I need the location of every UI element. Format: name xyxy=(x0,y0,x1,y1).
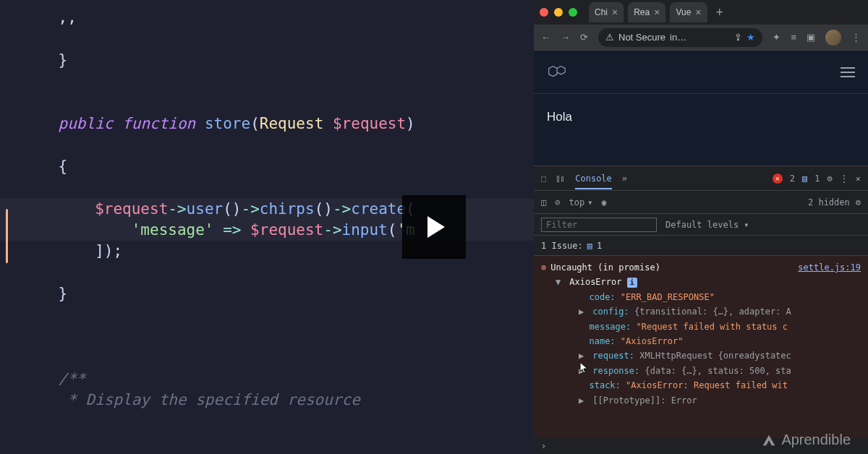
close-icon[interactable]: × xyxy=(695,7,701,18)
log-levels-selector[interactable]: Default levels ▾ xyxy=(665,220,749,230)
console-output[interactable]: ⊗ Uncaught (in promise) settle.js:19 ▼ A… xyxy=(534,256,868,438)
object-prop[interactable]: code: "ERR_BAD_RESPONSE" xyxy=(541,290,861,304)
close-icon[interactable]: × xyxy=(654,7,660,18)
hamburger-menu-icon[interactable] xyxy=(841,67,855,77)
code-line xyxy=(22,304,534,325)
tab-label: Rea xyxy=(634,7,650,17)
sidebar-toggle-icon[interactable]: ◫ xyxy=(541,197,546,207)
info-icon[interactable]: i xyxy=(627,278,637,288)
object-prop[interactable]: ▶ [[Prototype]]: Error xyxy=(541,393,861,408)
code-line xyxy=(22,93,534,113)
kebab-icon[interactable]: ⋮ xyxy=(840,174,848,184)
bookmark-icon[interactable]: ★ xyxy=(746,32,755,43)
page-content: Hola xyxy=(534,94,868,140)
console-toolbar: ◫ ⊘ top ▾ ◉ 2 hidden ⚙ xyxy=(534,191,868,214)
play-button[interactable] xyxy=(402,195,466,259)
device-toggle-icon[interactable]: ⫿⫾ xyxy=(556,174,565,184)
more-tabs[interactable]: » xyxy=(622,174,627,184)
gutter-marker xyxy=(6,209,8,263)
object-prop[interactable]: name: "AxiosError" xyxy=(541,334,861,348)
close-window-icon[interactable] xyxy=(540,8,548,17)
new-tab-button[interactable]: + xyxy=(712,5,728,20)
doc-comment: /** xyxy=(22,369,534,390)
error-source-link[interactable]: settle.js:19 xyxy=(798,260,861,275)
panel-icon[interactable]: ▣ xyxy=(807,32,815,43)
not-secure-icon: ⚠ xyxy=(605,32,614,43)
app-header xyxy=(534,51,868,94)
minimize-window-icon[interactable] xyxy=(554,8,563,17)
playlist-icon[interactable]: ≡ xyxy=(791,32,796,43)
code-line xyxy=(22,28,534,49)
code-line xyxy=(22,134,534,155)
greeting-text: Hola xyxy=(547,110,572,124)
browser-tab-strip: Chi× Rea× Vue× + xyxy=(534,0,868,25)
maximize-window-icon[interactable] xyxy=(569,8,577,17)
browser-tab[interactable]: Chi× xyxy=(589,2,624,22)
share-icon[interactable]: ⇪ xyxy=(734,32,742,43)
not-secure-label: Not Secure xyxy=(618,32,665,43)
reload-icon[interactable]: ⟳ xyxy=(580,32,588,43)
doc-comment: * Display the specified resource xyxy=(22,390,534,411)
context-selector[interactable]: top ▾ xyxy=(569,197,592,207)
cursor-icon xyxy=(579,361,590,374)
menu-icon[interactable]: ⋮ xyxy=(851,32,861,43)
code-line: } xyxy=(22,50,534,71)
close-devtools-icon[interactable]: ✕ xyxy=(856,174,861,184)
watermark: Aprendible xyxy=(761,432,851,448)
code-line: { xyxy=(22,156,534,177)
code-line xyxy=(22,262,534,283)
error-count-badge[interactable]: ✕ xyxy=(773,174,783,184)
error-entry[interactable]: ⊗ Uncaught (in promise) settle.js:19 xyxy=(541,260,861,275)
info-badge-icon[interactable]: ▤ xyxy=(802,174,807,184)
issues-count: 1 xyxy=(597,241,602,251)
chevron-right-icon[interactable]: ▶ xyxy=(579,393,587,408)
object-header[interactable]: ▼ AxiosError i xyxy=(541,275,861,289)
chevron-right-icon[interactable]: ▶ xyxy=(579,304,587,319)
tab-label: Chi xyxy=(595,7,608,17)
code-line: } xyxy=(22,283,534,304)
info-count: 1 xyxy=(814,174,820,184)
object-prop[interactable]: message: "Request failed with status c xyxy=(541,320,861,334)
gear-icon[interactable]: ⚙ xyxy=(856,197,861,207)
profile-avatar[interactable] xyxy=(825,30,841,46)
hidden-messages[interactable]: 2 hidden xyxy=(808,197,850,207)
issues-label: 1 Issue: xyxy=(541,241,583,251)
browser-window: Chi× Rea× Vue× + ← → ⟳ ⚠ Not Secure in… … xyxy=(534,0,868,454)
clear-console-icon[interactable]: ⊘ xyxy=(555,197,560,207)
url-field[interactable]: ⚠ Not Secure in… ⇪ ★ xyxy=(598,28,762,47)
watermark-text: Aprendible xyxy=(781,432,851,448)
code-line: ,, xyxy=(22,7,534,28)
code-line xyxy=(22,71,534,92)
error-count: 2 xyxy=(790,174,795,184)
page-viewport: Hola xyxy=(534,51,868,166)
code-line xyxy=(22,326,534,347)
inspect-icon[interactable]: ⬚ xyxy=(541,174,546,184)
devtools-tabs: ⬚ ⫿⫾ Console » ✕2 ▤1 ⚙ ⋮ ✕ xyxy=(534,166,868,191)
filter-input[interactable] xyxy=(541,218,657,232)
code-line xyxy=(22,347,534,368)
devtools-panel: ⬚ ⫿⫾ Console » ✕2 ▤1 ⚙ ⋮ ✕ ◫ ⊘ top ▾ ◉ 2… xyxy=(534,166,868,454)
console-filter-bar: Default levels ▾ xyxy=(534,214,868,236)
chevron-down-icon[interactable]: ▼ xyxy=(556,275,564,289)
object-prop[interactable]: stack: "AxiosError: Request failed wit xyxy=(541,378,861,393)
issue-icon: ▤ xyxy=(587,241,592,251)
nav-forward-icon[interactable]: → xyxy=(561,32,570,43)
object-prop[interactable]: ▶ config: {transitional: {…}, adapter: A xyxy=(541,304,861,319)
issues-bar[interactable]: 1 Issue: ▤ 1 xyxy=(534,236,868,256)
extensions-icon[interactable]: ✦ xyxy=(773,32,780,43)
play-icon xyxy=(427,216,445,238)
url-text: in… xyxy=(670,32,686,43)
browser-tab[interactable]: Vue× xyxy=(670,2,707,22)
watermark-logo-icon xyxy=(761,432,777,448)
settings-icon[interactable]: ⚙ xyxy=(827,174,833,184)
browser-tab[interactable]: Rea× xyxy=(628,2,665,22)
error-title: Uncaught (in promise) xyxy=(550,260,660,275)
live-expression-icon[interactable]: ◉ xyxy=(601,197,606,207)
function-signature: public function store(Request $request) xyxy=(22,113,534,134)
chevron-down-icon: ▾ xyxy=(587,197,592,207)
tab-console[interactable]: Console xyxy=(575,174,612,189)
nav-back-icon[interactable]: ← xyxy=(541,32,550,43)
window-controls[interactable] xyxy=(540,8,577,17)
tab-label: Vue xyxy=(676,7,691,17)
close-icon[interactable]: × xyxy=(612,7,618,18)
